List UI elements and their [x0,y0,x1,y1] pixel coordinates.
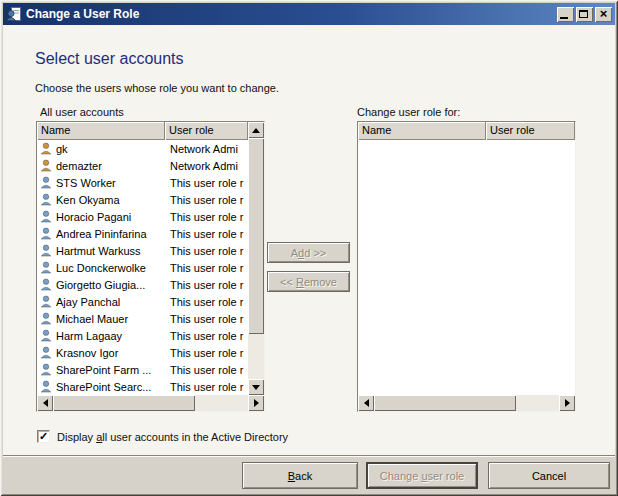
add-button[interactable]: Add >> [267,242,350,263]
horizontal-scrollbar[interactable] [37,395,264,411]
user-row[interactable]: Harm Lagaay This user role r [37,327,248,344]
user-icon [40,193,52,206]
maximize-icon[interactable] [576,7,593,22]
window-title: Change a User Role [26,7,555,21]
user-icon [40,244,52,257]
all-users-label: All user accounts [40,106,124,118]
user-role: This user role r [165,313,248,325]
user-name: Hartmut Warkuss [56,245,165,257]
all-users-list[interactable]: Name User role gk Network Admi [36,121,265,412]
user-name: Ken Okyama [56,194,165,206]
scrollbar-thumb[interactable] [53,395,195,411]
user-name: Horacio Pagani [56,211,165,223]
user-row[interactable]: gk Network Admi [37,140,248,157]
user-rows [358,140,575,395]
display-all-users-checkbox-row: ✓ Display all user accounts in the Activ… [37,430,288,443]
user-icon [40,312,52,325]
horizontal-scrollbar[interactable] [358,395,575,411]
list-header: Name User role [37,122,248,140]
user-row[interactable]: SharePoint Searc... This user role r [37,378,248,395]
user-name: Ajay Panchal [56,296,165,308]
user-name: Krasnov Igor [56,347,165,359]
user-row[interactable]: Ken Okyama This user role r [37,191,248,208]
user-row[interactable]: Giorgetto Giugia... This user role r [37,276,248,293]
change-user-role-button[interactable]: Change user role [366,462,478,489]
user-icon [40,176,52,189]
arrow-down-icon[interactable] [248,379,264,395]
user-role: This user role r [165,245,248,257]
arrow-left-icon[interactable] [37,395,53,411]
user-name: Giorgetto Giugia... [56,279,165,291]
change-role-for-label: Change user role for: [357,106,460,118]
change-role-for-list[interactable]: Name User role [357,121,576,412]
user-role: This user role r [165,364,248,376]
user-icon [40,278,52,291]
column-header-name[interactable]: Name [358,122,486,140]
user-icon [40,380,52,393]
arrow-left-icon[interactable] [358,395,374,411]
arrow-up-icon[interactable] [248,122,264,138]
user-name: Michael Mauer [56,313,165,325]
user-name: Luc Donckerwolke [56,262,165,274]
checkbox-label[interactable]: Display all user accounts in the Active … [57,431,288,443]
user-icon [40,142,52,155]
user-role: This user role r [165,381,248,393]
user-row[interactable]: Horacio Pagani This user role r [37,208,248,225]
remove-button[interactable]: << Remove [267,271,350,292]
user-name: gk [56,143,165,155]
user-row[interactable]: Hartmut Warkuss This user role r [37,242,248,259]
titlebar[interactable]: Change a User Role × [3,3,615,25]
user-name: Andrea Pininfarina [56,228,165,240]
user-icon [40,227,52,240]
user-name: demazter [56,160,165,172]
close-icon[interactable]: × [595,7,612,22]
user-row[interactable]: STS Worker This user role r [37,174,248,191]
footer-bar: Back Change user role Cancel [3,455,615,493]
column-header-user-role[interactable]: User role [486,122,575,140]
check-icon: ✓ [39,431,48,442]
user-name: Harm Lagaay [56,330,165,342]
user-row[interactable]: SharePoint Farm ... This user role r [37,361,248,378]
dialog-body: Select user accounts Choose the users wh… [3,25,615,456]
user-row[interactable]: Ajay Panchal This user role r [37,293,248,310]
arrow-right-icon[interactable] [559,395,575,411]
user-row[interactable]: Luc Donckerwolke This user role r [37,259,248,276]
user-name: SharePoint Farm ... [56,364,165,376]
user-role: Network Admi [165,160,248,172]
column-header-name[interactable]: Name [37,122,165,140]
user-document-icon [6,6,22,22]
user-role: This user role r [165,279,248,291]
user-row[interactable]: Michael Mauer This user role r [37,310,248,327]
user-row[interactable]: demazter Network Admi [37,157,248,174]
minimize-icon[interactable] [557,7,574,22]
page-description: Choose the users whose role you want to … [35,82,279,94]
column-header-user-role[interactable]: User role [165,122,248,140]
scrollbar-thumb[interactable] [248,138,264,334]
user-icon [40,346,52,359]
user-rows: gk Network Admi demazter Network Admi [37,140,248,395]
user-icon [40,329,52,342]
user-role: This user role r [165,296,248,308]
user-icon [40,261,52,274]
back-button[interactable]: Back [242,462,358,489]
vertical-scrollbar[interactable] [248,122,264,395]
window-controls: × [555,7,612,22]
user-role: This user role r [165,194,248,206]
user-icon [40,159,52,172]
display-all-users-checkbox[interactable]: ✓ [37,430,50,443]
user-role: This user role r [165,177,248,189]
list-header: Name User role [358,122,575,140]
scrollbar-thumb[interactable] [374,395,516,411]
arrow-right-icon[interactable] [248,395,264,411]
user-icon [40,210,52,223]
user-icon [40,295,52,308]
change-user-role-dialog: Change a User Role × Select user account… [0,0,618,496]
user-role: This user role r [165,228,248,240]
user-role: Network Admi [165,143,248,155]
user-name: STS Worker [56,177,165,189]
user-role: This user role r [165,262,248,274]
user-row[interactable]: Krasnov Igor This user role r [37,344,248,361]
user-row[interactable]: Andrea Pininfarina This user role r [37,225,248,242]
cancel-button[interactable]: Cancel [488,462,610,489]
user-role: This user role r [165,330,248,342]
